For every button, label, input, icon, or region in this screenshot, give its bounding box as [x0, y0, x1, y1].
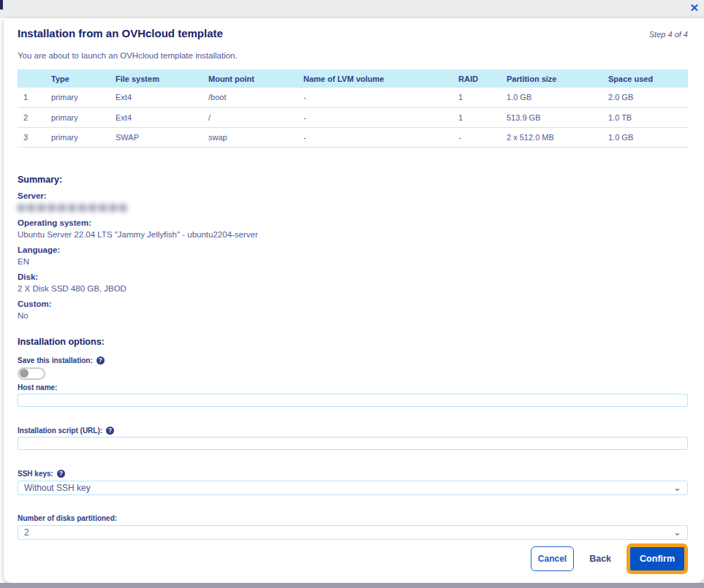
- col-header-mountpoint: Mount point: [203, 69, 298, 88]
- cell-raid: 1: [453, 107, 501, 127]
- save-installation-toggle[interactable]: [18, 367, 45, 380]
- partition-table: Type File system Mount point Name of LVM…: [18, 69, 688, 148]
- cell-type: primary: [45, 127, 110, 147]
- disks-selected-value: 2: [24, 527, 29, 538]
- col-header-type: Type: [45, 69, 110, 88]
- cell-space-used: 2.0 GB: [602, 88, 688, 107]
- window-top-strip: [0, 0, 704, 18]
- cell-lvm: -: [298, 127, 453, 147]
- ssh-keys-select[interactable]: Without SSH key ⌄: [18, 481, 688, 495]
- summary-value: Ubuntu Server 22.04 LTS "Jammy Jellyfish…: [18, 230, 688, 239]
- summary-label: Disk:: [18, 272, 688, 281]
- summary-item-server: Server:: [18, 191, 688, 212]
- col-header-filesystem: File system: [110, 69, 203, 88]
- col-header-lvm: Name of LVM volume: [298, 69, 453, 88]
- installation-modal: Installation from an OVHcloud template S…: [4, 18, 704, 583]
- cell-type: primary: [45, 107, 110, 127]
- cell-partition-size: 2 x 512.0 MB: [501, 127, 602, 147]
- table-header-row: Type File system Mount point Name of LVM…: [18, 69, 688, 88]
- summary-value: No: [18, 311, 688, 320]
- cell-mountpoint: swap: [203, 127, 298, 147]
- disks-label-row: Number of disks partitioned:: [18, 514, 688, 522]
- disks-partitioned-select[interactable]: 2 ⌄: [18, 525, 688, 540]
- cell-index: 2: [18, 107, 45, 127]
- summary-item-custom: Custom: No: [18, 299, 688, 320]
- summary-label: Operating system:: [18, 218, 688, 227]
- installation-script-input[interactable]: [18, 437, 688, 450]
- installation-script-label: Installation script (URL):: [18, 427, 102, 435]
- chevron-down-icon: ⌄: [673, 527, 681, 538]
- confirm-button[interactable]: Confirm: [630, 547, 684, 570]
- cell-index: 3: [18, 127, 45, 147]
- summary-label: Language:: [18, 245, 688, 254]
- summary-value: EN: [18, 257, 688, 266]
- installation-script-label-row: Installation script (URL): ?: [18, 427, 688, 435]
- cell-raid: -: [453, 127, 501, 147]
- col-header-partition-size: Partition size: [501, 69, 602, 88]
- cell-filesystem: Ext4: [110, 107, 203, 127]
- cell-mountpoint: /boot: [203, 88, 298, 107]
- step-indicator: Step 4 of 4: [649, 30, 688, 39]
- summary-item-language: Language: EN: [18, 245, 688, 266]
- cell-partition-size: 1.0 GB: [501, 88, 602, 107]
- cell-space-used: 1.0 TB: [602, 107, 688, 127]
- table-row: 3 primary SWAP swap - - 2 x 512.0 MB 1.0…: [18, 127, 688, 147]
- summary-item-disk: Disk: 2 X Disk SSD 480 GB, JBOD: [18, 272, 688, 293]
- cell-mountpoint: /: [203, 107, 298, 127]
- help-icon[interactable]: ?: [96, 356, 105, 364]
- host-name-label-row: Host name:: [18, 383, 688, 392]
- save-installation-label: Save this installation:: [18, 356, 93, 364]
- cell-raid: 1: [453, 88, 501, 107]
- back-button[interactable]: Back: [589, 554, 611, 564]
- summary-item-os: Operating system: Ubuntu Server 22.04 LT…: [18, 218, 688, 239]
- ssh-keys-label: SSH keys:: [18, 470, 53, 478]
- cell-filesystem: Ext4: [110, 88, 203, 107]
- summary-heading: Summary:: [18, 175, 688, 185]
- summary-value: 2 X Disk SSD 480 GB, JBOD: [18, 284, 688, 293]
- help-icon[interactable]: ?: [106, 427, 114, 435]
- modal-header: Installation from an OVHcloud template S…: [18, 27, 688, 39]
- cell-partition-size: 513.9 GB: [501, 107, 602, 127]
- background-page-sliver: [0, 0, 3, 9]
- background-bottom-strip: [0, 583, 704, 588]
- summary-label: Server:: [18, 191, 688, 200]
- cell-lvm: -: [298, 107, 453, 127]
- close-icon[interactable]: ✕: [689, 1, 699, 15]
- server-name-redacted: [18, 204, 127, 212]
- summary-label: Custom:: [18, 299, 688, 308]
- disks-partitioned-label: Number of disks partitioned:: [18, 514, 117, 522]
- footer-actions: Cancel Back Confirm: [531, 543, 688, 574]
- cell-lvm: -: [298, 88, 453, 107]
- help-icon[interactable]: ?: [57, 470, 65, 478]
- cell-filesystem: SWAP: [110, 127, 203, 147]
- col-header-space-used: Space used: [602, 69, 688, 88]
- intro-text: You are about to launch an OVHcloud temp…: [18, 51, 688, 60]
- host-name-label: Host name:: [18, 383, 57, 392]
- table-row: 2 primary Ext4 / - 1 513.9 GB 1.0 TB: [18, 107, 688, 127]
- ssh-keys-label-row: SSH keys: ?: [18, 470, 688, 478]
- cell-type: primary: [45, 88, 110, 107]
- cancel-button[interactable]: Cancel: [531, 546, 574, 571]
- ssh-keys-selected-value: Without SSH key: [24, 483, 91, 493]
- page-title: Installation from an OVHcloud template: [18, 27, 223, 39]
- installation-options-heading: Installation options:: [18, 337, 688, 347]
- col-header-raid: RAID: [453, 69, 501, 88]
- col-header-index: [18, 69, 45, 88]
- table-row: 1 primary Ext4 /boot - 1 1.0 GB 2.0 GB: [18, 88, 688, 107]
- chevron-down-icon: ⌄: [673, 482, 681, 494]
- toggle-knob: [20, 369, 29, 378]
- save-installation-label-row: Save this installation: ?: [18, 356, 688, 364]
- confirm-focus-ring: Confirm: [627, 543, 688, 574]
- cell-index: 1: [18, 88, 45, 107]
- cell-space-used: 1.0 GB: [602, 127, 688, 147]
- host-name-input[interactable]: [18, 394, 688, 407]
